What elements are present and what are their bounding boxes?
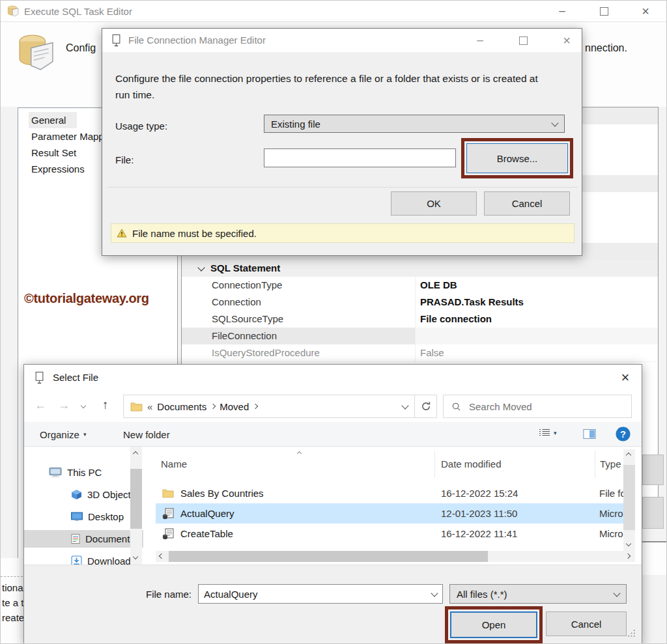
nav-item-general[interactable]: General [29, 112, 77, 128]
search-box[interactable] [443, 395, 632, 418]
scrollbar-thumb[interactable] [130, 469, 142, 529]
file-name-label: File name: [146, 589, 192, 600]
open-button-label: Open [482, 619, 506, 630]
column-header-type[interactable]: Type [600, 458, 621, 469]
breadcrumb-separator[interactable] [253, 404, 258, 409]
file-path-input[interactable] [264, 148, 456, 167]
view-mode-button[interactable]: ▾ [539, 428, 557, 438]
main-window-title: Execute SQL Task Editor [24, 1, 132, 22]
sidebar-item-desktop[interactable]: Desktop [24, 508, 143, 525]
column-header-date-modified[interactable]: Date modified [441, 458, 502, 469]
fcm-minimize-button[interactable]: – [467, 29, 493, 52]
sidebar-item-documents[interactable]: Documents [24, 530, 143, 548]
sidebar-item-label: This PC [67, 467, 102, 478]
main-maximize-button[interactable] [589, 1, 618, 21]
main-minimize-button[interactable]: – [548, 1, 576, 21]
maximize-icon [600, 7, 608, 16]
select-file-cancel-button[interactable]: Cancel [546, 611, 627, 636]
new-folder-button[interactable]: New folder [123, 422, 170, 447]
search-input[interactable] [468, 400, 601, 413]
file-row-actualquery[interactable]: ActualQuery 12-01-2023 11:50 Micro [156, 503, 623, 524]
scroll-up-icon[interactable] [626, 453, 631, 458]
clipped-text-fragment: reate [2, 612, 24, 623]
scrollbar-thumb[interactable] [169, 551, 488, 562]
dialog-toolbar: Organize ▾ New folder ▾ ? [24, 422, 642, 447]
fcm-maximize-button[interactable] [510, 29, 536, 52]
file-name: ActualQuery [180, 508, 234, 519]
back-button[interactable]: ← [35, 399, 46, 412]
breadcrumb-item-moved[interactable]: Moved [220, 401, 249, 412]
fcm-close-button[interactable]: × [553, 29, 580, 52]
main-titlebar[interactable]: Execute SQL Task Editor – × [1, 1, 667, 22]
section-header-label: SQL Statement [210, 260, 280, 277]
ok-button-label: OK [427, 198, 441, 209]
usage-type-label: Usage type: [115, 120, 167, 132]
scroll-down-icon[interactable] [133, 554, 138, 559]
warning-icon [117, 229, 127, 238]
propgrid-section-sql-statement[interactable]: SQL Statement [182, 260, 658, 277]
browse-button[interactable]: Browse... [466, 143, 568, 173]
file-row-sales-by-countries[interactable]: Sales By Countries 16-12-2022 15:24 File… [156, 483, 623, 503]
file-name-combobox[interactable]: ActualQuery [198, 584, 443, 604]
horizontal-scrollbar[interactable] [156, 551, 635, 562]
recent-locations-chevron[interactable] [81, 403, 86, 408]
sidebar-item-3d-objects[interactable]: 3D Objects [24, 486, 143, 503]
minimize-icon: – [477, 34, 483, 47]
property-row-fileconnection[interactable]: FileConnection [182, 328, 658, 345]
open-button[interactable]: Open [450, 611, 537, 638]
address-dropdown-chevron[interactable] [401, 402, 408, 409]
column-divider[interactable] [595, 451, 595, 478]
ok-button[interactable]: OK [391, 191, 477, 216]
preview-pane-button[interactable] [583, 429, 596, 439]
cancel-button-label: Cancel [571, 619, 602, 630]
resize-grip[interactable] [627, 629, 636, 637]
chevron-down-icon[interactable] [431, 589, 438, 596]
file-list-scrollbar[interactable] [623, 449, 635, 551]
column-header-name[interactable]: Name [161, 458, 187, 469]
column-divider[interactable] [434, 451, 435, 478]
file-row-createtable[interactable]: CreateTable 16-12-2022 11:41 Micro [156, 524, 623, 544]
usage-type-dropdown[interactable]: Existing file [264, 115, 565, 133]
select-file-titlebar[interactable]: Select File × [24, 365, 642, 391]
open-highlight-box: Open [445, 606, 543, 643]
property-row-sqlsourcetype[interactable]: SQLSourceType File connection [182, 311, 658, 328]
address-bar[interactable]: « Documents Moved [123, 395, 415, 418]
sidebar-item-label: Desktop [88, 511, 124, 522]
property-row-connectiontype[interactable]: ConnectionType OLE DB [182, 277, 658, 294]
folder-icon [130, 402, 143, 412]
browse-button-label: Browse... [497, 153, 538, 164]
file-type-dropdown[interactable]: All files (*.*) [449, 584, 627, 604]
scroll-down-icon[interactable] [626, 541, 631, 546]
sort-ascending-icon[interactable] [297, 451, 302, 456]
sidebar-item-this-pc[interactable]: This PC [24, 464, 143, 481]
documents-icon [71, 533, 80, 544]
fcm-cancel-button[interactable]: Cancel [484, 191, 570, 216]
fcm-titlebar[interactable]: File Connection Manager Editor – × [102, 29, 582, 52]
sidebar-item-downloads[interactable]: Downloads [24, 552, 143, 565]
organize-menu[interactable]: Organize ▾ [40, 422, 86, 447]
breadcrumb-overflow[interactable]: « [147, 401, 152, 412]
up-button[interactable]: ↑ [102, 398, 109, 412]
help-button[interactable]: ? [616, 427, 631, 441]
scrollbar-thumb[interactable] [623, 465, 635, 530]
file-label: File: [115, 154, 134, 165]
property-row-connection[interactable]: Connection PRASAD.Task Results [182, 294, 658, 311]
refresh-button[interactable] [414, 395, 437, 418]
file-type: Micro [599, 528, 623, 539]
nav-item-label: Expressions [31, 163, 85, 175]
breadcrumb-item-documents[interactable]: Documents [157, 401, 206, 412]
file-name: Sales By Countries [180, 488, 264, 499]
property-row-isquerystoredprocedure[interactable]: IsQueryStoredProcedure False [182, 344, 658, 362]
breadcrumb-separator[interactable] [210, 404, 216, 409]
forward-button[interactable]: → [58, 399, 70, 412]
sidebar-scrollbar[interactable] [130, 447, 142, 565]
chevron-down-icon[interactable] [613, 589, 620, 596]
grid-column-divider [415, 277, 416, 361]
chevron-down-icon [197, 264, 205, 271]
scroll-right-icon[interactable] [625, 553, 631, 559]
scroll-up-icon[interactable] [133, 451, 138, 456]
scroll-left-icon[interactable] [159, 553, 164, 559]
select-file-title: Select File [53, 365, 98, 391]
select-file-close-button[interactable]: × [609, 365, 642, 391]
main-close-button[interactable]: × [631, 1, 660, 21]
